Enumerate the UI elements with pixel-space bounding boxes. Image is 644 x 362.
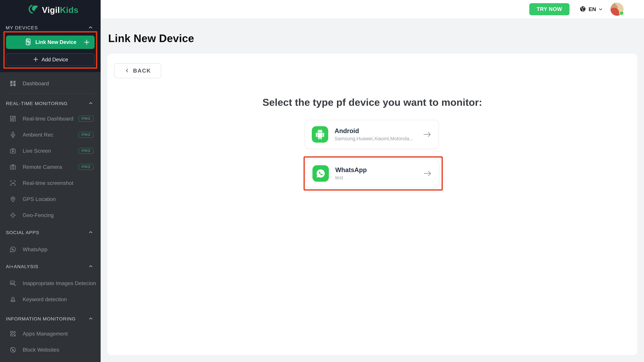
user-avatar[interactable]: [610, 3, 624, 16]
apps-block-icon: [9, 330, 16, 337]
page-title: Link New Device: [108, 32, 194, 44]
arrow-right-icon: [423, 170, 432, 177]
back-button[interactable]: BACK: [114, 63, 161, 78]
pro-badge: PRO: [78, 164, 94, 170]
chevron-up-icon: [88, 230, 93, 236]
arrow-right-icon: [423, 131, 432, 138]
realtime-dashboard-icon: [9, 115, 16, 122]
android-icon: [312, 126, 328, 143]
select-device-heading: Select the type pf device you want to mo…: [107, 96, 637, 108]
dashboard-icon: [9, 80, 16, 87]
geo-fence-icon: [9, 212, 16, 219]
device-option-android[interactable]: Android Samsung,Huawei,Xiaomi,Motorola..…: [305, 120, 439, 149]
device-text: Android Samsung,Huawei,Xiaomi,Motorola..…: [334, 127, 413, 141]
my-devices-label: MY DEVICES: [6, 25, 38, 30]
add-device-button[interactable]: Add Device: [6, 53, 94, 66]
website-block-icon: [9, 346, 16, 354]
keyword-alert-icon: [9, 296, 16, 303]
vigilkids-logo-icon: [28, 4, 40, 16]
app-logo-text: VigilKids: [42, 5, 78, 15]
online-status-dot: [619, 11, 624, 15]
add-device-label: Add Device: [42, 57, 68, 63]
microphone-icon: [9, 131, 16, 138]
sidebar-item-block-websites[interactable]: Block Websites: [0, 342, 100, 358]
sidebar-item-whatsapp[interactable]: WhatsApp: [0, 241, 100, 257]
chevron-up-icon: [88, 101, 93, 106]
sidebar-item-apps-management[interactable]: Apps Management: [0, 326, 100, 342]
globe-icon: [579, 5, 586, 13]
sidebar-item-keyword-detection[interactable]: Keyword detection: [0, 291, 100, 307]
chevron-up-icon: [88, 316, 93, 322]
chevron-up-icon: [88, 25, 93, 31]
section-header-information-monitoring[interactable]: INFORMATION MONITORING: [0, 311, 100, 327]
map-pin-icon: [9, 195, 16, 203]
topbar: TRY NOW EN: [100, 0, 644, 18]
sidebar-item-geo-fencing[interactable]: Geo-Fencing: [0, 207, 100, 223]
chevron-left-icon: [124, 68, 130, 74]
device-option-whatsapp[interactable]: WhatsApp test: [306, 159, 439, 188]
sidebar-item-gps-location[interactable]: GPS Location: [0, 191, 100, 207]
whatsapp-icon: [9, 246, 16, 253]
device-text: WhatsApp test: [335, 166, 367, 180]
vigilkids-app: VigilKids MY DEVICES Link: [0, 0, 644, 362]
device-subtitle: test: [335, 175, 367, 180]
sidebar-item-realtime-screenshot[interactable]: Real-time screenshot: [0, 175, 100, 191]
section-header-ai-analysis[interactable]: AI+ANALYSIS: [0, 259, 100, 275]
device-name: Android: [334, 127, 413, 135]
chevron-up-icon: [88, 264, 93, 270]
sidebar-item-remote-camera[interactable]: Remote Camera PRO: [0, 159, 100, 175]
language-label: EN: [589, 6, 596, 12]
plus-icon: [83, 39, 90, 46]
sidebar: VigilKids MY DEVICES Link: [0, 0, 100, 362]
pro-badge: PRO: [78, 132, 94, 138]
image-ai-icon: AI: [9, 280, 16, 287]
sidebar-item-dashboard[interactable]: Dashboard: [0, 75, 100, 91]
section-header-social-apps[interactable]: SOCIAL APPS: [0, 225, 100, 241]
svg-text:AI: AI: [14, 284, 16, 286]
language-selector[interactable]: EN: [579, 5, 604, 13]
pro-badge: PRO: [78, 116, 94, 122]
sidebar-item-live-screen[interactable]: Live Screen PRO: [0, 143, 100, 159]
sidebar-item-ambient-rec[interactable]: Ambient Rec PRO: [0, 127, 100, 143]
sidebar-top-section: VigilKids MY DEVICES Link: [0, 0, 100, 72]
my-devices-header[interactable]: MY DEVICES: [6, 25, 93, 31]
device-subtitle: Samsung,Huawei,Xiaomi,Motorola...: [334, 136, 413, 141]
section-header-realtime-monitoring[interactable]: REAL-TIME MONITORING: [0, 95, 100, 112]
camera-icon: [9, 163, 16, 171]
link-new-device-button[interactable]: Link New Device: [6, 35, 94, 49]
content-card: BACK Select the type pf device you want …: [107, 54, 637, 355]
sidebar-item-realtime-dashboard[interactable]: Real-time Dashboard PRO: [0, 111, 100, 127]
plus-icon: [32, 56, 39, 63]
try-now-button[interactable]: TRY NOW: [529, 3, 570, 15]
whatsapp-icon: [312, 165, 329, 182]
live-screen-icon: [9, 147, 16, 155]
phone-link-icon: [24, 38, 32, 46]
sidebar-item-inappropriate-images-detection[interactable]: AI Inappropriate Images Detecion: [0, 275, 100, 291]
pro-badge: PRO: [78, 148, 94, 154]
chevron-down-icon: [598, 6, 604, 12]
link-new-device-label: Link New Device: [36, 39, 76, 45]
screenshot-icon: [9, 179, 16, 187]
app-logo[interactable]: VigilKids: [28, 4, 78, 16]
sidebar-divider: [6, 93, 95, 94]
device-name: WhatsApp: [335, 166, 367, 174]
